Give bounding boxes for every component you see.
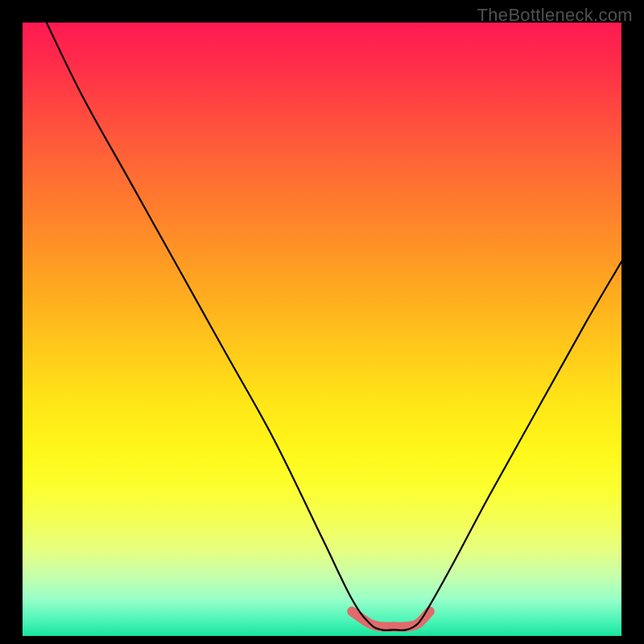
watermark-text: TheBottleneck.com: [477, 5, 633, 26]
plot-area: [23, 23, 621, 636]
curve-svg: [23, 23, 621, 636]
optimal-range-accent: [352, 612, 430, 627]
chart-frame: TheBottleneck.com: [0, 0, 644, 644]
bottleneck-curve-line: [47, 23, 621, 630]
